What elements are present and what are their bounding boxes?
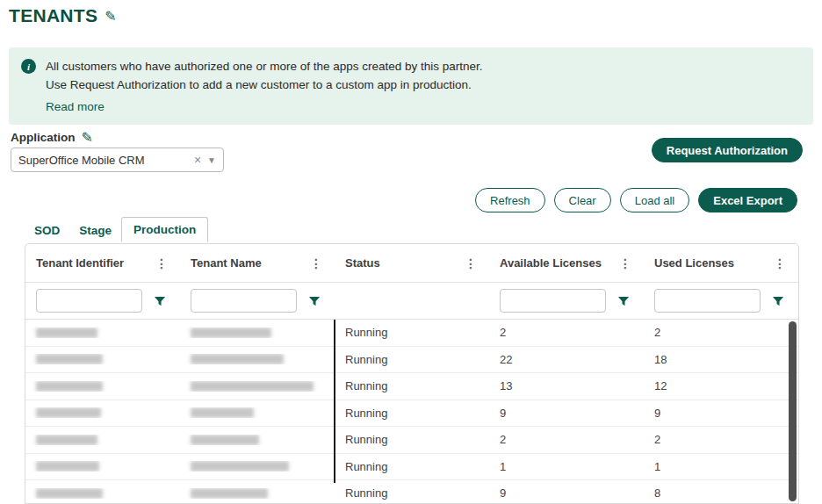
request-authorization-button[interactable]: Request Authorization <box>652 138 803 162</box>
redacted-tenant-identifier <box>36 354 103 364</box>
cell-tenant-identifier <box>25 381 180 392</box>
filter-cell-tenant-name <box>180 283 335 319</box>
cell-tenant-identifier <box>25 435 180 445</box>
cell-tenant-name <box>180 488 335 499</box>
table-row[interactable]: Running22 <box>25 427 798 454</box>
column-menu-icon[interactable]: ⋮ <box>150 255 173 272</box>
clear-selection-icon[interactable]: × <box>188 153 207 167</box>
clear-button[interactable]: Clear <box>554 188 611 212</box>
column-title: Available Licenses <box>500 256 602 270</box>
column-menu-icon[interactable]: ⋮ <box>614 255 637 272</box>
filter-cell-tenant-identifier <box>25 283 180 319</box>
redacted-tenant-name <box>191 354 284 364</box>
column-menu-icon[interactable]: ⋮ <box>459 255 482 272</box>
cell-used-licenses: 1 <box>644 460 798 473</box>
cell-tenant-name <box>180 381 335 392</box>
column-menu-icon[interactable]: ⋮ <box>305 255 328 272</box>
banner-line-2: Use Request Authorization to add a new c… <box>46 76 799 95</box>
table-row[interactable]: Running98 <box>25 480 798 504</box>
filter-cell-status <box>335 283 489 319</box>
cell-available-licenses: 9 <box>489 407 644 420</box>
refresh-button[interactable]: Refresh <box>475 188 545 212</box>
redacted-tenant-name <box>191 461 289 472</box>
load-all-button[interactable]: Load all <box>620 188 690 212</box>
cell-tenant-identifier <box>25 461 180 472</box>
filter-cell-available-licenses <box>489 283 644 319</box>
filter-button-used-licenses[interactable] <box>766 289 790 313</box>
column-header-tenant-name[interactable]: Tenant Name⋮ <box>180 244 335 282</box>
column-title: Tenant Name <box>191 256 262 270</box>
cell-status: Running <box>335 407 489 420</box>
filter-row <box>25 283 798 320</box>
filter-input-used-licenses[interactable] <box>654 289 761 313</box>
funnel-icon <box>308 295 321 307</box>
funnel-icon <box>617 295 630 307</box>
cell-status: Running <box>335 486 489 500</box>
info-banner: i All customers who have authorized one … <box>9 47 813 125</box>
application-select[interactable]: SuperOffice Mobile CRM × ▼ <box>11 148 224 172</box>
cell-tenant-identifier <box>25 407 180 418</box>
edit-application-icon[interactable]: ✎ <box>82 129 93 146</box>
filter-button-available-licenses[interactable] <box>611 289 635 313</box>
redacted-tenant-identifier <box>36 461 99 472</box>
table-row[interactable]: Running1312 <box>25 373 798 400</box>
column-title: Used Licenses <box>654 256 734 270</box>
cell-available-licenses: 2 <box>489 326 644 339</box>
cell-available-licenses: 13 <box>489 379 644 392</box>
filter-input-tenant-identifier[interactable] <box>36 289 142 313</box>
table-header: Tenant Identifier⋮Tenant Name⋮Status⋮Ava… <box>25 244 798 283</box>
table-row[interactable]: Running99 <box>25 400 798 428</box>
read-more-link[interactable]: Read more <box>46 100 105 113</box>
cell-status: Running <box>335 433 489 446</box>
tab-stage[interactable]: Stage <box>69 219 121 242</box>
cell-used-licenses: 2 <box>644 326 798 339</box>
tenants-table: Tenant Identifier⋮Tenant Name⋮Status⋮Ava… <box>25 243 799 504</box>
cell-used-licenses: 8 <box>644 486 798 500</box>
filter-button-tenant-identifier[interactable] <box>148 289 171 313</box>
application-select-value: SuperOffice Mobile CRM <box>18 154 188 167</box>
redacted-tenant-identifier <box>36 435 97 445</box>
table-row[interactable]: Running22 <box>25 320 798 347</box>
column-menu-icon[interactable]: ⋮ <box>768 255 791 272</box>
filter-button-tenant-name[interactable] <box>302 289 326 313</box>
cell-used-licenses: 12 <box>644 379 798 392</box>
redacted-tenant-name <box>191 381 314 392</box>
cell-used-licenses: 18 <box>644 353 798 366</box>
funnel-icon <box>154 295 166 307</box>
filter-input-tenant-name[interactable] <box>191 289 297 313</box>
toolbar: Refresh Clear Load all Excel Export <box>475 188 797 212</box>
filter-input-available-licenses[interactable] <box>500 289 606 313</box>
table-body: Running22Running2218Running1312Running99… <box>25 320 798 504</box>
tab-sod[interactable]: SOD <box>25 219 69 242</box>
cell-tenant-name <box>180 354 335 364</box>
redacted-tenant-name <box>191 407 254 418</box>
info-icon: i <box>21 59 36 74</box>
table-row[interactable]: Running11 <box>25 454 798 481</box>
page-title-text: TENANTS <box>9 5 97 26</box>
cell-tenant-identifier <box>25 354 180 364</box>
redacted-tenant-identifier <box>36 407 101 418</box>
cell-tenant-name <box>180 461 335 472</box>
redacted-tenant-name <box>191 435 259 445</box>
excel-export-button[interactable]: Excel Export <box>698 188 797 212</box>
column-header-status[interactable]: Status⋮ <box>335 244 489 282</box>
filter-cell-used-licenses <box>644 283 798 319</box>
page-title: TENANTS ✎ <box>9 5 117 26</box>
column-header-used-licenses[interactable]: Used Licenses⋮ <box>644 244 798 282</box>
dropdown-caret-icon[interactable]: ▼ <box>207 155 216 165</box>
application-label: Application ✎ <box>11 129 93 146</box>
redacted-tenant-name <box>191 328 271 338</box>
tab-production[interactable]: Production <box>121 217 208 242</box>
scrollbar-thumb[interactable] <box>789 321 797 501</box>
cell-tenant-name <box>180 328 335 338</box>
redacted-tenant-identifier <box>36 381 103 392</box>
column-header-tenant-identifier[interactable]: Tenant Identifier⋮ <box>25 244 180 282</box>
cell-status: Running <box>335 326 489 339</box>
cell-available-licenses: 1 <box>489 460 644 473</box>
cell-tenant-name <box>180 407 335 418</box>
cell-tenant-identifier <box>25 328 180 338</box>
edit-title-icon[interactable]: ✎ <box>105 8 117 25</box>
cell-tenant-identifier <box>25 488 180 499</box>
table-row[interactable]: Running2218 <box>25 347 798 374</box>
column-header-available-licenses[interactable]: Available Licenses⋮ <box>489 244 644 282</box>
